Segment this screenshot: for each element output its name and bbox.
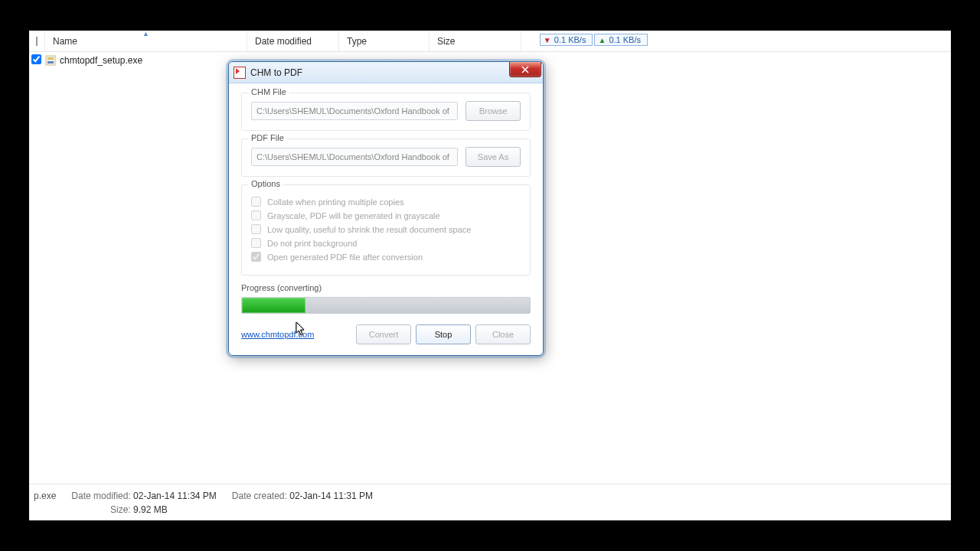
- option-open-after: Open generated PDF file after conversion: [251, 252, 521, 262]
- close-dialog-button: Close: [475, 324, 531, 344]
- status-size: 9.92 MB: [133, 504, 168, 515]
- stop-button[interactable]: Stop: [416, 324, 471, 344]
- convert-button: Convert: [356, 324, 411, 344]
- status-date-modified: 02-Jan-14 11:34 PM: [133, 491, 217, 501]
- progress-fill: [242, 298, 305, 313]
- option-collate-checkbox: [251, 197, 261, 207]
- status-size-label: Size:: [110, 504, 131, 515]
- download-speed-badge: ▼ 0.1 KB/s: [540, 34, 593, 46]
- file-list-header: ▲ Name Date modified Type Size: [29, 31, 951, 52]
- option-grayscale: Grayscale, PDF will be generated in gray…: [251, 210, 521, 220]
- network-speed-indicator: ▼ 0.1 KB/s ▲ 0.1 KB/s: [540, 34, 648, 46]
- close-icon: [521, 66, 529, 73]
- option-no-background: Do not print background: [251, 238, 521, 248]
- column-name[interactable]: ▲ Name: [45, 31, 247, 51]
- options-label: Options: [248, 179, 283, 188]
- installer-icon: [44, 54, 57, 67]
- download-arrow-icon: ▼: [544, 36, 551, 44]
- dialog-titlebar[interactable]: CHM to PDF: [229, 62, 543, 83]
- download-speed: 0.1 KB/s: [554, 35, 586, 44]
- file-row-checkbox[interactable]: [31, 54, 41, 64]
- option-collate: Collate when printing multiple copies: [251, 197, 521, 207]
- chm-file-group: CHM File Browse: [241, 93, 531, 131]
- pdf-file-input[interactable]: [251, 148, 458, 166]
- status-filename: p.exe: [34, 491, 56, 501]
- column-size-label: Size: [437, 36, 455, 47]
- svg-rect-0: [46, 56, 55, 65]
- option-grayscale-checkbox: [251, 210, 261, 220]
- column-date-modified[interactable]: Date modified: [247, 31, 339, 51]
- upload-speed: 0.1 KB/s: [609, 35, 641, 44]
- pdf-file-label: PDF File: [248, 133, 287, 142]
- status-date-created: 02-Jan-14 11:31 PM: [289, 491, 373, 501]
- column-name-label: Name: [53, 36, 77, 47]
- status-date-modified-label: Date modified:: [71, 491, 130, 501]
- save-as-button: Save As: [466, 147, 521, 167]
- svg-rect-1: [47, 61, 54, 64]
- progress-label: Progress (converting): [241, 283, 531, 292]
- file-row-name: chmtopdf_setup.exe: [60, 55, 142, 66]
- close-button[interactable]: [509, 62, 541, 77]
- option-no-background-checkbox: [251, 238, 261, 248]
- status-bar: p.exe Date modified: 02-Jan-14 11:34 PM …: [29, 484, 951, 520]
- sort-asc-icon: ▲: [142, 30, 149, 37]
- dialog-title: CHM to PDF: [250, 67, 302, 78]
- mouse-cursor-icon: [296, 321, 306, 337]
- app-icon: [234, 67, 246, 79]
- upload-speed-badge: ▲ 0.1 KB/s: [594, 34, 648, 46]
- status-date-created-label: Date created:: [232, 491, 287, 501]
- browse-button: Browse: [466, 101, 521, 121]
- chm-to-pdf-dialog: CHM to PDF CHM File Browse PDF File Save…: [228, 61, 544, 356]
- pdf-file-group: PDF File Save As: [241, 139, 531, 177]
- column-type[interactable]: Type: [339, 31, 430, 51]
- chm-file-input[interactable]: [251, 102, 458, 120]
- column-date-label: Date modified: [255, 36, 312, 47]
- chm-file-label: CHM File: [248, 87, 289, 96]
- column-checkbox[interactable]: [29, 31, 45, 51]
- option-low-quality-checkbox: [251, 224, 261, 234]
- select-all-checkbox[interactable]: [36, 37, 38, 46]
- upload-arrow-icon: ▲: [598, 36, 606, 44]
- option-open-after-checkbox: [251, 252, 261, 262]
- svg-rect-2: [47, 57, 54, 60]
- options-group: Options Collate when printing multiple c…: [241, 184, 531, 276]
- progress-bar: [241, 297, 531, 314]
- column-size[interactable]: Size: [430, 31, 521, 51]
- column-type-label: Type: [347, 36, 367, 47]
- option-low-quality: Low quality, useful to shrink the result…: [251, 224, 521, 234]
